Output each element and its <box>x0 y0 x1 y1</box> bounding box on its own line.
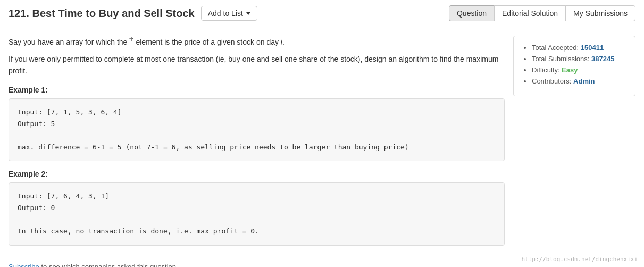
description-line1: Say you have an array for which the th e… <box>9 36 505 48</box>
add-to-list-label: Add to List <box>208 9 243 18</box>
stats-box: Total Accepted: 150411 Total Submissions… <box>513 36 635 96</box>
contributors-item: Contributors: Admin <box>532 77 626 85</box>
header: 121. Best Time to Buy and Sell Stock Add… <box>0 0 644 27</box>
problem-description: Say you have an array for which the th e… <box>9 36 505 77</box>
desc-text3: . <box>282 38 285 46</box>
total-accepted-value: 150411 <box>581 44 604 52</box>
main-content: Say you have an array for which the th e… <box>0 27 644 263</box>
total-submissions-item: Total Submissions: 387245 <box>532 55 626 63</box>
total-submissions-label: Total Submissions: <box>532 55 591 63</box>
watermark: http://blog.csdn.net/dingchenxixi <box>521 256 638 263</box>
desc-text2: element is the price of a given stock on… <box>134 38 281 46</box>
description-line2: If you were only permitted to complete a… <box>9 53 505 77</box>
desc-text1: Say you have an array for which the <box>9 38 129 46</box>
total-accepted-item: Total Accepted: 150411 <box>532 44 626 52</box>
sidebar: Total Accepted: 150411 Total Submissions… <box>513 36 635 254</box>
subscribe-text: to see which companies asked this questi… <box>39 263 176 267</box>
example1-code: Input: [7, 1, 5, 3, 6, 4] Output: 5 max.… <box>9 98 505 161</box>
desc-superscript: th <box>129 37 133 43</box>
tab-my-submissions[interactable]: My Submissions <box>565 5 635 21</box>
example1-title: Example 1: <box>9 86 505 94</box>
example2-title: Example 2: <box>9 170 505 178</box>
problem-body: Say you have an array for which the th e… <box>9 36 505 254</box>
problem-title: 121. Best Time to Buy and Sell Stock <box>9 7 195 20</box>
total-submissions-value: 387245 <box>591 55 614 63</box>
subscribe-link[interactable]: Subscribe <box>9 263 39 267</box>
tab-editorial-solution[interactable]: Editorial Solution <box>494 5 566 21</box>
difficulty-item: Difficulty: Easy <box>532 66 626 74</box>
dropdown-caret-icon <box>246 12 250 15</box>
tab-question[interactable]: Question <box>449 5 495 21</box>
example2-code: Input: [7, 6, 4, 3, 1] Output: 0 In this… <box>9 182 505 245</box>
contributors-value: Admin <box>573 77 595 85</box>
difficulty-label: Difficulty: <box>532 66 562 74</box>
nav-tabs: Question Editorial Solution My Submissio… <box>449 5 635 21</box>
difficulty-value: Easy <box>562 66 578 74</box>
total-accepted-label: Total Accepted: <box>532 44 581 52</box>
subscribe-section: Subscribe to see which companies asked t… <box>0 263 644 267</box>
add-to-list-button[interactable]: Add to List <box>201 6 257 21</box>
contributors-label: Contributors: <box>532 77 573 85</box>
